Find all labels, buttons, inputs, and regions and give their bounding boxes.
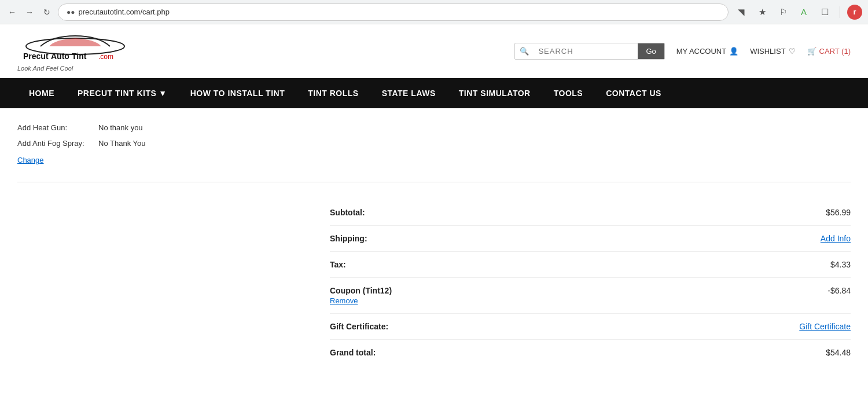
nav-item-precut-tint-kits[interactable]: PRECUT TINT KITS ▼ (66, 78, 179, 108)
nav-item-tint-rolls[interactable]: TINT ROLLS (296, 78, 370, 108)
divider (840, 6, 840, 18)
wishlist-link[interactable]: WISHLIST ♡ (750, 47, 795, 56)
cart-label: CART (1) (819, 47, 851, 56)
subtotal-value: $56.99 (826, 208, 851, 217)
svg-text:.com: .com (98, 53, 113, 61)
coupon-remove-link[interactable]: Remove (330, 296, 358, 305)
anti-fog-label: Add Anti Fog Spray: (17, 139, 98, 148)
grand-total-row: Grand total: $54.48 (330, 340, 851, 365)
coupon-value: -$6.84 (827, 286, 851, 295)
gift-certificate-link[interactable]: Gift Certificate (799, 322, 851, 331)
nav-item-tint-simulator[interactable]: TINT SIMULATOR (447, 78, 542, 108)
browser-action-bar: ◥ ★ ⚐ A ☐ r (733, 4, 862, 20)
tax-row: Tax: $4.33 (330, 252, 851, 278)
wishlist-label: WISHLIST (750, 47, 785, 56)
my-account-link[interactable]: MY ACCOUNT 👤 (676, 47, 738, 56)
shipping-label: Shipping: (330, 234, 367, 243)
url-text: precutautotint.com/cart.php (79, 8, 170, 16)
coupon-label-area: Coupon (Tint12) Remove (330, 286, 392, 305)
heart-icon: ♡ (789, 47, 796, 56)
search-icon: 🔍 (515, 43, 534, 59)
svg-text:Precut: Precut (23, 52, 49, 61)
puzzle-icon[interactable]: ☐ (816, 4, 833, 20)
anti-fog-value: No Thank You (98, 139, 145, 148)
chevron-down-icon: ▼ (159, 89, 167, 98)
nav-item-home[interactable]: HOME (17, 78, 66, 108)
nav-item-tools[interactable]: TOOLS (542, 78, 594, 108)
gift-label: Gift Certificate: (330, 322, 388, 331)
gift-certificate-row: Gift Certificate: Gift Certificate (330, 314, 851, 340)
my-account-label: MY ACCOUNT (676, 47, 726, 56)
subtotal-label: Subtotal: (330, 208, 365, 217)
shipping-row: Shipping: Add Info (330, 226, 851, 252)
tax-label: Tax: (330, 260, 346, 269)
heat-gun-value: No thank you (98, 123, 143, 132)
url-bar[interactable]: ●● precutautotint.com/cart.php (58, 3, 729, 21)
cart-icon: 🛒 (807, 47, 816, 56)
search-form: 🔍 Go (514, 43, 664, 60)
logo-tagline: Look And Feel Cool (17, 65, 73, 72)
coupon-label: Coupon (Tint12) (330, 286, 392, 295)
account-icon: 👤 (729, 47, 738, 56)
cart-link[interactable]: 🛒 CART (1) (807, 47, 851, 56)
heat-gun-row: Add Heat Gun: No thank you (17, 120, 851, 135)
coupon-row: Coupon (Tint12) Remove -$6.84 (330, 278, 851, 314)
extension-icon[interactable]: ⚐ (775, 4, 791, 20)
profile-icon[interactable]: A (796, 4, 812, 20)
bookmark-icon[interactable]: ★ (754, 4, 770, 20)
svg-text:Tint: Tint (72, 52, 87, 61)
main-content: Add Heat Gun: No thank you Add Anti Fog … (0, 108, 868, 388)
translate-icon[interactable]: ◥ (733, 4, 749, 20)
search-go-button[interactable]: Go (638, 43, 664, 59)
nav-item-how-to-install-tint[interactable]: HOW TO INSTALL TINT (179, 78, 297, 108)
site-header: Precut Auto Tint .com Look And Feel Cool… (0, 24, 868, 78)
cart-divider (17, 182, 851, 182)
grand-total-label: Grand total: (330, 348, 376, 357)
forward-button[interactable]: → (23, 6, 36, 19)
subtotal-row: Subtotal: $56.99 (330, 200, 851, 226)
svg-text:Auto: Auto (51, 52, 69, 61)
reload-button[interactable]: ↻ (41, 6, 53, 19)
nav-item-state-laws[interactable]: STATE LAWS (370, 78, 447, 108)
search-input[interactable] (534, 43, 638, 59)
change-link[interactable]: Change (17, 156, 851, 164)
nav-bar: HOME PRECUT TINT KITS ▼ HOW TO INSTALL T… (0, 78, 868, 108)
header-right: 🔍 Go MY ACCOUNT 👤 WISHLIST ♡ 🛒 CART (1) (514, 43, 851, 60)
anti-fog-row: Add Anti Fog Spray: No Thank You (17, 135, 851, 151)
heat-gun-label: Add Heat Gun: (17, 123, 98, 132)
logo-car-svg: Precut Auto Tint .com (17, 30, 133, 65)
tax-value: $4.33 (830, 260, 851, 269)
totals-section: Subtotal: $56.99 Shipping: Add Info Tax:… (330, 194, 851, 371)
cart-details-section: Add Heat Gun: No thank you Add Anti Fog … (17, 114, 851, 170)
browser-chrome: ← → ↻ ●● precutautotint.com/cart.php ◥ ★… (0, 0, 868, 24)
nav-item-contact-us[interactable]: CONTACT US (594, 78, 673, 108)
add-info-link[interactable]: Add Info (821, 234, 851, 243)
logo-area: Precut Auto Tint .com Look And Feel Cool (17, 30, 133, 72)
back-button[interactable]: ← (6, 6, 19, 19)
grand-total-value: $54.48 (826, 348, 851, 357)
avatar: r (847, 5, 862, 20)
